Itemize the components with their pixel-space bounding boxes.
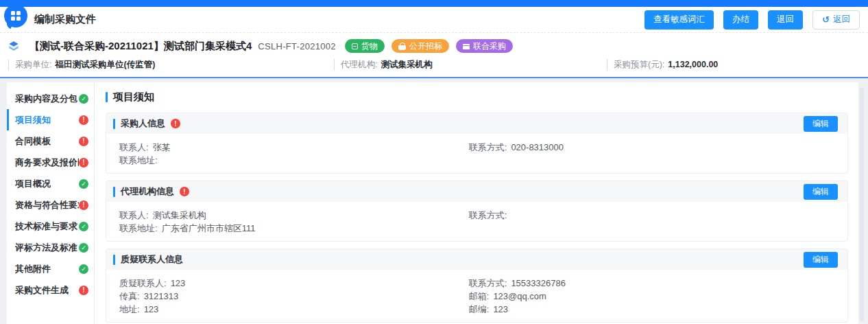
sidebar-item-label: 项目概况 xyxy=(15,178,51,190)
top-accent-bar xyxy=(0,0,868,7)
sidebar-item-6[interactable]: 技术标准与要求✓ xyxy=(7,216,94,237)
field-row: 联系方式:020-8313000 xyxy=(469,141,847,154)
main-panel: 项目须知 采购人信息!编辑联系人:张某联系地址:联系方式:020-8313000… xyxy=(95,82,858,324)
sidebar-item-label: 采购内容及分包 xyxy=(15,93,77,105)
section-accent-tick xyxy=(113,119,115,129)
info-label: 采购预算(元): xyxy=(614,59,664,71)
sidebar-item-label: 合同模板 xyxy=(15,135,51,148)
section-body: 质疑联系人:123传真:3121313地址:123联系方式:1553332678… xyxy=(106,270,847,322)
view-sensitive-words-button[interactable]: 查看敏感词汇 xyxy=(644,10,714,30)
field-column-left: 联系人:张某联系地址: xyxy=(119,141,469,167)
header-actions: 查看敏感词汇办结退回↺返回 xyxy=(644,10,860,30)
status-check-icon: ✓ xyxy=(79,243,88,253)
info-label: 代理机构: xyxy=(341,59,377,71)
sidebar-item-label: 采购文件生成 xyxy=(15,284,69,297)
field-label: 联系地址: xyxy=(119,222,158,235)
badge-joint-procurement: 联合采购 xyxy=(456,39,513,53)
project-info-item: 代理机构:测试集采机构 xyxy=(334,59,607,71)
edit-button[interactable]: 编辑 xyxy=(804,184,838,200)
field-label: 地址: xyxy=(119,303,140,316)
sidebar-item-4[interactable]: 项目概况✓ xyxy=(7,173,94,194)
project-code: CSLH-FT-2021002 xyxy=(258,41,336,51)
field-label: 联系人: xyxy=(119,141,149,154)
button-label: 办结 xyxy=(732,14,749,25)
field-column-left: 质疑联系人:123传真:3121313地址:123 xyxy=(119,277,469,316)
badge-label: 联合采购 xyxy=(473,40,506,52)
sidebar-item-label: 评标方法及标准 xyxy=(15,242,77,254)
badge-open-tender: 公开招标 xyxy=(391,39,449,53)
sidebar-item-5[interactable]: 资格与符合性要求! xyxy=(7,194,94,216)
field-label: 联系地址: xyxy=(119,154,158,167)
field-value: 15533326786 xyxy=(511,277,566,290)
project-info-row: 采购单位:福田测试采购单位(传监管)代理机构:测试集采机构采购预算(元):1,1… xyxy=(8,59,860,71)
field-row: 联系人:张某 xyxy=(119,141,469,154)
field-value: 张某 xyxy=(153,141,171,154)
grid-menu-icon xyxy=(11,11,21,21)
sidebar-item-1[interactable]: 项目须知! xyxy=(7,109,94,130)
field-value: 123 xyxy=(144,303,159,316)
content-scrollbar[interactable] xyxy=(860,88,864,321)
section-body: 联系人:测试集采机构联系地址:广东省广州市市辖区111联系方式: xyxy=(106,202,847,241)
project-info-item: 采购单位:福田测试采购单位(传监管) xyxy=(8,59,334,71)
field-label: 联系方式: xyxy=(469,141,507,154)
status-alert-icon: ! xyxy=(79,115,88,125)
sidebar-item-2[interactable]: 合同模板! xyxy=(7,130,94,152)
section-title: 采购人信息 xyxy=(121,117,165,130)
section-alert-icon: ! xyxy=(171,119,180,128)
section-accent-tick xyxy=(113,187,115,197)
field-column-left: 联系人:测试集采机构联系地址:广东省广州市市辖区111 xyxy=(119,209,469,235)
sidebar-item-label: 其他附件 xyxy=(15,263,51,275)
info-value: 1,132,000.00 xyxy=(668,60,718,69)
sidebar-nav: 采购内容及分包✓项目须知!合同模板!商务要求及报价区间!项目概况✓资格与符合性要… xyxy=(7,82,95,324)
section-header: 采购人信息!编辑 xyxy=(106,113,847,134)
back-button[interactable]: ↺返回 xyxy=(812,10,860,30)
field-row: 传真:3121313 xyxy=(119,290,469,303)
status-check-icon: ✓ xyxy=(79,179,88,189)
info-value: 测试集采机构 xyxy=(381,59,432,71)
sidebar-item-8[interactable]: 其他附件✓ xyxy=(7,258,94,279)
project-badges: 货物公开招标联合采购 xyxy=(345,39,513,53)
edit-button[interactable]: 编辑 xyxy=(804,116,838,132)
sidebar-item-9[interactable]: 采购文件生成! xyxy=(7,279,94,301)
field-label: 邮编: xyxy=(469,303,490,316)
field-column-right: 联系方式:15533326786邮箱:123@qq.com邮编:123 xyxy=(469,277,847,316)
info-label: 采购单位: xyxy=(15,59,51,71)
status-alert-icon: ! xyxy=(79,137,88,146)
sidebar-item-label: 技术标准与要求 xyxy=(15,220,77,233)
section-card: 采购人信息!编辑联系人:张某联系地址:联系方式:020-8313000 xyxy=(106,113,848,174)
field-label: 联系人: xyxy=(119,209,149,222)
section-alert-icon: ! xyxy=(180,187,189,196)
menu-fab-button[interactable] xyxy=(4,4,27,27)
field-row: 联系方式: xyxy=(469,209,847,222)
undo-icon: ↺ xyxy=(822,15,830,24)
section-title: 质疑联系人信息 xyxy=(121,253,183,266)
complete-button[interactable]: 办结 xyxy=(723,10,758,30)
status-alert-icon: ! xyxy=(79,200,88,210)
section-body: 联系人:张某联系地址:联系方式:020-8313000 xyxy=(106,134,847,173)
project-header: 【测试-联合采购-20211021】测试部门集采模式4 CSLH-FT-2021… xyxy=(0,33,868,78)
title-accent-tick xyxy=(106,92,108,102)
field-row: 联系人:测试集采机构 xyxy=(119,209,469,222)
field-label: 联系方式: xyxy=(469,209,507,222)
joint-procurement-icon xyxy=(463,44,470,49)
field-label: 质疑联系人: xyxy=(119,277,167,290)
field-column-right: 联系方式:020-8313000 xyxy=(469,141,847,167)
status-check-icon: ✓ xyxy=(79,94,88,104)
field-value: 广东省广州市市辖区111 xyxy=(162,222,256,235)
field-value: 123@qq.com xyxy=(493,290,546,303)
edit-button[interactable]: 编辑 xyxy=(804,252,838,268)
field-row: 质疑联系人:123 xyxy=(119,277,469,290)
field-label: 邮箱: xyxy=(469,290,490,303)
sidebar-item-0[interactable]: 采购内容及分包✓ xyxy=(7,88,94,109)
field-row: 地址:123 xyxy=(119,303,469,316)
send-back-button[interactable]: 退回 xyxy=(768,10,803,30)
badge-label: 货物 xyxy=(361,40,378,52)
section-card: 代理机构信息!编辑联系人:测试集采机构联系地址:广东省广州市市辖区111联系方式… xyxy=(106,181,848,242)
sidebar-item-7[interactable]: 评标方法及标准✓ xyxy=(7,237,94,258)
field-row: 联系地址: xyxy=(119,154,469,167)
info-value: 福田测试采购单位(传监管) xyxy=(55,59,155,71)
field-row: 联系方式:15533326786 xyxy=(469,277,847,290)
header-bar: 编制采购文件 查看敏感词汇办结退回↺返回 xyxy=(0,7,868,33)
sidebar-item-3[interactable]: 商务要求及报价区间! xyxy=(7,152,94,173)
field-label: 传真: xyxy=(119,290,140,303)
